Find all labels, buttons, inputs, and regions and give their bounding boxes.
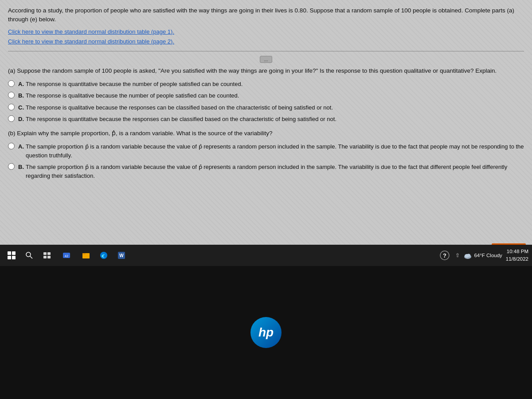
- radio-c[interactable]: [8, 104, 15, 110]
- option-d-text: The response is quantitative because the…: [26, 115, 336, 124]
- hp-logo-area: hp: [0, 266, 532, 399]
- windows-icon: [8, 251, 16, 259]
- option-a-text: The response is quantitative because the…: [26, 80, 243, 89]
- option-b-a[interactable]: A. The sample proportion p̂ is a random …: [8, 142, 524, 160]
- option-b-text: The response is qualitative because the …: [26, 91, 239, 100]
- svg-rect-5: [47, 256, 51, 258]
- intro-text: According to a study, the proportion of …: [8, 6, 524, 24]
- help-button[interactable]: ?: [438, 248, 452, 262]
- option-a-label: A.: [18, 80, 24, 89]
- chevron-up-icon: ⇧: [455, 252, 460, 258]
- task-view-button[interactable]: [39, 247, 55, 263]
- svg-text:42: 42: [65, 254, 68, 258]
- file-manager-button[interactable]: [78, 247, 94, 263]
- section-b-title: (b) Explain why the sample proportion, p…: [8, 129, 524, 138]
- radio-b-b[interactable]: [8, 163, 15, 170]
- option-b-a-text: The sample proportion p̂ is a random var…: [26, 142, 524, 160]
- hp-logo: hp: [250, 317, 282, 348]
- radio-b[interactable]: [8, 92, 15, 98]
- option-b-b-text: The sample proportion p̂ is a random var…: [26, 163, 524, 180]
- search-button[interactable]: [21, 247, 37, 263]
- svg-text:W: W: [119, 253, 124, 258]
- edge-button[interactable]: [96, 247, 112, 263]
- svg-rect-9: [82, 253, 86, 254]
- system-icons: ⇧: [455, 252, 460, 258]
- option-d[interactable]: D. The response is quantitative because …: [8, 115, 524, 124]
- edge-icon: [100, 251, 108, 259]
- svg-line-1: [30, 256, 32, 258]
- weather-text: 64°F Cloudy: [474, 253, 502, 258]
- section-a-title: (a) Suppose the random sample of 100 peo…: [8, 66, 524, 75]
- date: 11/8/2022: [506, 255, 528, 263]
- standard-normal-link-2[interactable]: Click here to view the standard normal d…: [8, 37, 524, 47]
- option-b-label: B.: [18, 91, 24, 100]
- search-icon: [26, 252, 33, 259]
- file-manager-icon: [82, 251, 90, 259]
- svg-rect-2: [43, 252, 47, 255]
- start-button[interactable]: [4, 247, 20, 263]
- main-content-area: According to a study, the proportion of …: [0, 0, 532, 266]
- divider-1: [8, 51, 524, 51]
- word-button[interactable]: W: [113, 247, 129, 263]
- svg-point-0: [26, 252, 31, 257]
- help-icon: ?: [440, 250, 450, 260]
- taskbar-right: ? ⇧ 64°F Cloudy 10:48 PM 11/8/2022: [438, 248, 528, 263]
- option-d-label: D.: [18, 115, 24, 124]
- option-b[interactable]: B. The response is qualitative because t…: [8, 91, 524, 100]
- option-b-b-label: B.: [18, 163, 24, 172]
- svg-rect-4: [43, 256, 47, 258]
- expand-button[interactable]: ...: [260, 56, 272, 63]
- time: 10:48 PM: [506, 248, 528, 255]
- taskbar: 42 W ? ⇧: [0, 245, 532, 266]
- radio-a[interactable]: [8, 80, 15, 87]
- time-date: 10:48 PM 11/8/2022: [506, 248, 528, 263]
- svg-point-17: [467, 254, 470, 257]
- option-b-a-label: A.: [18, 142, 24, 151]
- svg-text:?: ?: [443, 252, 446, 259]
- option-a[interactable]: A. The response is quantitative because …: [8, 80, 524, 89]
- expand-section: ...: [8, 56, 524, 63]
- notifications-icon: 42: [63, 251, 70, 259]
- radio-d[interactable]: [8, 115, 15, 122]
- task-view-icon: [43, 252, 51, 258]
- cloud-icon: [463, 251, 472, 260]
- option-c[interactable]: C. The response is qualitative because t…: [8, 103, 524, 112]
- option-c-label: C.: [18, 103, 24, 112]
- word-icon: W: [117, 251, 125, 259]
- standard-normal-link-1[interactable]: Click here to view the standard normal d…: [8, 27, 524, 37]
- option-b-b[interactable]: B. The sample proportion p̂ is a random …: [8, 163, 524, 180]
- svg-rect-3: [47, 252, 51, 255]
- option-c-text: The response is qualitative because the …: [26, 103, 333, 112]
- svg-point-10: [100, 252, 107, 259]
- radio-b-a[interactable]: [8, 143, 15, 149]
- notifications-button[interactable]: 42: [57, 247, 76, 263]
- weather-info: 64°F Cloudy: [463, 251, 502, 260]
